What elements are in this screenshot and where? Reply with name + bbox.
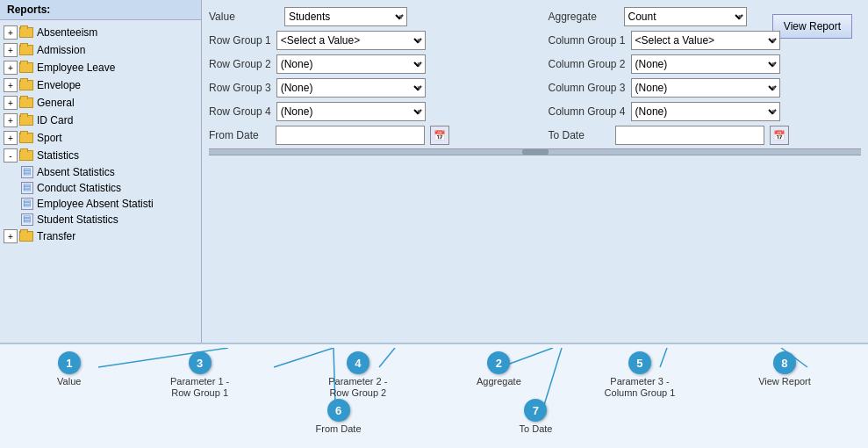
row-group-3-wrapper[interactable]: (None) <box>276 78 426 98</box>
tree-label: ID Card <box>37 114 73 126</box>
right-panel: View Report Value Students <box>202 0 868 343</box>
tree-item-transfer[interactable]: + Transfer <box>0 228 201 245</box>
annotation-1: 1 Value <box>57 351 81 387</box>
tree-item-student-statistics[interactable]: Student Statistics <box>18 212 201 228</box>
aggregate-select-wrapper[interactable]: Count <box>624 7 747 26</box>
expand-icon[interactable]: + <box>4 229 18 243</box>
expand-icon[interactable]: + <box>4 96 18 110</box>
from-date-calendar-button[interactable]: 📅 <box>430 126 449 145</box>
tree-label: Absenteeism <box>37 26 97 39</box>
to-date-input[interactable] <box>615 126 764 145</box>
tree-item-general[interactable]: + General <box>0 94 201 112</box>
col-group-1-row: Column Group 1 <Select a Value> <box>549 31 862 50</box>
tree-item-statistics[interactable]: - Statistics <box>0 147 201 164</box>
aggregate-label: Aggregate <box>549 11 619 23</box>
tree-item-absent-statistics[interactable]: Absent Statistics <box>18 164 201 180</box>
col-group-3-select[interactable]: (None) <box>631 78 780 98</box>
main-container: Reports: + Absenteeism + Admission + <box>0 0 868 448</box>
expand-icon[interactable]: + <box>4 113 18 127</box>
aggregate-row: Aggregate Count <box>549 7 862 26</box>
from-date-label: From Date <box>209 129 270 141</box>
row-group-3-label: Row Group 3 <box>209 82 271 94</box>
folder-icon <box>19 150 33 161</box>
col-group-4-wrapper[interactable]: (None) <box>631 102 780 121</box>
value-select[interactable]: Students <box>284 7 407 26</box>
tree-label: Envelope <box>37 79 81 91</box>
tree-label: General <box>37 97 75 109</box>
bubble-2: 2 <box>487 351 510 374</box>
bubbles-bottom: 6 From Date 7 To Date <box>0 399 868 435</box>
row-group-3-select[interactable]: (None) <box>276 78 426 98</box>
tree-item-id-card[interactable]: + ID Card <box>0 112 201 129</box>
row-group-1-select[interactable]: <Select a Value> <box>276 31 426 50</box>
tree-item-envelope[interactable]: + Envelope <box>0 76 201 94</box>
panel-title: Reports: <box>0 0 201 20</box>
tree-label: Absent Statistics <box>37 166 115 178</box>
col-group-4-label: Column Group 4 <box>549 105 626 118</box>
to-date-row: To Date 📅 <box>549 126 862 145</box>
to-date-calendar-button[interactable]: 📅 <box>770 126 789 145</box>
row-group-1-row: Row Group 1 <Select a Value> <box>209 31 522 50</box>
tree-item-employee-leave[interactable]: + Employee Leave <box>0 59 201 76</box>
aggregate-select[interactable]: Count <box>624 7 747 26</box>
value-select-wrapper[interactable]: Students <box>284 7 407 26</box>
row-group-2-row: Row Group 2 (None) <box>209 54 522 74</box>
bubbles-top: 1 Value 3 Parameter 1 - Row Group 1 4 Pa… <box>0 351 868 399</box>
bubble-7-label: To Date <box>520 423 553 435</box>
row-group-2-select[interactable]: (None) <box>276 54 426 74</box>
folder-icon <box>19 80 33 90</box>
bubble-6-label: From Date <box>316 423 362 435</box>
tree-item-conduct-statistics[interactable]: Conduct Statistics <box>18 180 201 196</box>
top-section: Reports: + Absenteeism + Admission + <box>0 0 868 343</box>
doc-icon <box>21 182 33 194</box>
col-group-2-select[interactable]: (None) <box>631 54 780 74</box>
col-group-3-row: Column Group 3 (None) <box>549 78 862 98</box>
annotation-7: 7 To Date <box>520 399 553 435</box>
tree-label: Employee Leave <box>37 61 115 74</box>
annotation-area: 1 Value 3 Parameter 1 - Row Group 1 4 Pa… <box>0 348 868 448</box>
expand-icon[interactable]: + <box>4 43 18 57</box>
statistics-children: Absent Statistics Conduct Statistics Emp… <box>18 164 201 228</box>
expand-icon[interactable]: + <box>4 61 18 75</box>
doc-icon <box>21 198 33 210</box>
tree-label: Conduct Statistics <box>37 182 121 194</box>
from-date-input[interactable] <box>276 126 425 145</box>
col-group-2-wrapper[interactable]: (None) <box>631 54 780 74</box>
tree-label: Employee Absent Statisti <box>37 198 154 210</box>
row-group-1-wrapper[interactable]: <Select a Value> <box>276 31 426 50</box>
value-label: Value <box>209 11 279 23</box>
doc-icon <box>21 213 33 226</box>
tree-container[interactable]: + Absenteeism + Admission + Employee Lea… <box>0 20 201 343</box>
bubble-4-label: Parameter 2 - Row Group 2 <box>319 376 398 399</box>
row-group-4-select[interactable]: (None) <box>276 102 426 121</box>
from-date-row: From Date 📅 <box>209 126 522 145</box>
tree-item-admission[interactable]: + Admission <box>0 41 201 59</box>
tree-item-sport[interactable]: + Sport <box>0 129 201 147</box>
folder-icon <box>19 45 33 55</box>
tree-item-absenteeism[interactable]: + Absenteeism <box>0 24 201 41</box>
col-group-2-row: Column Group 2 (None) <box>549 54 862 74</box>
row-group-4-wrapper[interactable]: (None) <box>276 102 426 121</box>
expand-icon[interactable]: + <box>4 78 18 92</box>
bubble-1: 1 <box>58 351 81 374</box>
expand-icon[interactable]: - <box>4 148 18 163</box>
col-group-1-wrapper[interactable]: <Select a Value> <box>631 31 780 50</box>
expand-icon[interactable]: + <box>4 131 18 145</box>
left-panel: Reports: + Absenteeism + Admission + <box>0 0 202 343</box>
row-group-1-label: Row Group 1 <box>209 34 271 47</box>
annotation-3: 3 Parameter 1 - Row Group 1 <box>161 351 240 399</box>
bubble-3-label: Parameter 1 - Row Group 1 <box>161 376 240 399</box>
scroll-separator <box>209 148 861 155</box>
row-group-4-row: Row Group 4 (None) <box>209 102 522 121</box>
col-group-1-select[interactable]: <Select a Value> <box>631 31 780 50</box>
row-group-2-wrapper[interactable]: (None) <box>276 54 426 74</box>
col-group-3-wrapper[interactable]: (None) <box>631 78 780 98</box>
tree-item-employee-absent[interactable]: Employee Absent Statisti <box>18 196 201 212</box>
row-group-3-row: Row Group 3 (None) <box>209 78 522 98</box>
doc-icon <box>21 166 33 178</box>
scroll-handle[interactable] <box>522 149 549 155</box>
expand-icon[interactable]: + <box>4 25 18 40</box>
folder-icon <box>19 133 33 143</box>
col-group-4-select[interactable]: (None) <box>631 102 780 121</box>
col-group-3-label: Column Group 3 <box>549 82 626 94</box>
